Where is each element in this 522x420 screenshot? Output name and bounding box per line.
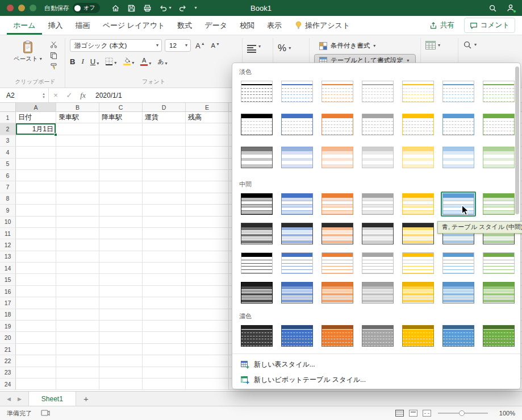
cell-B12[interactable] (56, 239, 99, 251)
phonetic-guide-button[interactable]: あ▾ (157, 57, 167, 66)
undo-button[interactable]: ▾ (159, 4, 171, 13)
row-header-16[interactable]: 16 (0, 286, 16, 297)
table-style-thumb[interactable] (441, 280, 476, 305)
format-painter-button[interactable] (50, 63, 57, 70)
row-header-5[interactable]: 5 (0, 159, 16, 170)
cell-C10[interactable] (99, 217, 143, 228)
table-style-thumb[interactable] (279, 145, 315, 170)
cell-A1[interactable]: 日付 (16, 112, 56, 123)
zoom-slider-knob[interactable] (459, 410, 465, 416)
cell-D9[interactable] (143, 205, 186, 216)
cell-E12[interactable] (186, 239, 229, 251)
cell-C11[interactable] (99, 228, 143, 239)
cell-C12[interactable] (99, 239, 143, 251)
cell-C20[interactable] (99, 332, 143, 343)
row-header-15[interactable]: 15 (0, 274, 16, 285)
table-style-thumb[interactable] (400, 192, 436, 217)
cell-B3[interactable] (56, 135, 99, 147)
cell-A19[interactable] (16, 321, 56, 332)
cell-B20[interactable] (56, 332, 99, 343)
cell-B22[interactable] (56, 355, 99, 367)
row-header-22[interactable]: 22 (0, 355, 16, 367)
cell-A21[interactable] (16, 344, 56, 355)
table-style-thumb-selected[interactable]: 青, テーブル スタイル (中間) 6 (441, 192, 476, 217)
cell-D10[interactable] (143, 217, 186, 228)
row-header-10[interactable]: 10 (0, 217, 16, 228)
fill-handle[interactable] (54, 133, 57, 136)
prev-sheet-button[interactable]: ◀ (7, 396, 11, 402)
cell-D4[interactable] (143, 147, 186, 158)
cell-B17[interactable] (56, 297, 99, 309)
cell-B15[interactable] (56, 274, 99, 285)
close-window-button[interactable] (7, 5, 14, 11)
table-style-thumb[interactable] (279, 221, 315, 246)
cells-button[interactable]: ▾ (425, 41, 453, 49)
cell-B5[interactable] (56, 159, 99, 170)
row-header-24[interactable]: 24 (0, 379, 16, 390)
ribbon-tab-4[interactable]: 数式 (171, 16, 198, 35)
select-all-corner[interactable] (0, 103, 16, 112)
cell-C3[interactable] (99, 135, 143, 147)
cell-C19[interactable] (99, 321, 143, 332)
cell-E2[interactable] (186, 123, 229, 135)
cell-A11[interactable] (16, 228, 56, 239)
cell-B21[interactable] (56, 344, 99, 355)
row-header-21[interactable]: 21 (0, 344, 16, 355)
paste-button[interactable]: ペースト ▾ (10, 38, 45, 70)
cell-A20[interactable] (16, 332, 56, 343)
print-button[interactable] (143, 4, 152, 13)
table-style-thumb[interactable] (481, 112, 516, 137)
cell-E19[interactable] (186, 321, 229, 332)
page-layout-view-button[interactable] (409, 410, 417, 417)
cell-E6[interactable] (186, 170, 229, 181)
insert-function-button[interactable]: fx (76, 91, 90, 100)
cell-E16[interactable] (186, 286, 229, 297)
row-header-8[interactable]: 8 (0, 193, 16, 205)
cell-B1[interactable]: 乗車駅 (56, 112, 99, 123)
tell-me-assist[interactable]: 操作アシスト (288, 16, 357, 35)
column-header-E[interactable]: E (186, 103, 229, 112)
table-style-thumb[interactable] (400, 145, 436, 170)
table-style-thumb[interactable] (400, 280, 436, 305)
cell-B24[interactable] (56, 379, 99, 390)
table-style-thumb[interactable] (360, 280, 395, 305)
cell-E20[interactable] (186, 332, 229, 343)
autosave-toggle[interactable]: オフ (73, 3, 100, 13)
add-sheet-button[interactable]: + (76, 392, 96, 406)
ribbon-tab-0[interactable]: ホーム (7, 16, 42, 35)
cell-A18[interactable] (16, 309, 56, 321)
cell-D5[interactable] (143, 159, 186, 170)
cell-C15[interactable] (99, 274, 143, 285)
table-style-thumb[interactable] (279, 251, 315, 276)
cell-C4[interactable] (99, 147, 143, 158)
row-header-12[interactable]: 12 (0, 239, 16, 251)
cell-E15[interactable] (186, 274, 229, 285)
cell-C23[interactable] (99, 367, 143, 379)
row-header-18[interactable]: 18 (0, 309, 16, 321)
number-format-button[interactable]: % ▾ (278, 43, 304, 54)
cell-A15[interactable] (16, 274, 56, 285)
alignment-button[interactable]: ▾ (247, 40, 268, 53)
cell-A9[interactable] (16, 205, 56, 216)
table-style-thumb[interactable] (320, 192, 355, 217)
cell-E22[interactable] (186, 355, 229, 367)
cell-B10[interactable] (56, 217, 99, 228)
cell-C14[interactable] (99, 263, 143, 274)
table-style-thumb[interactable] (481, 192, 516, 217)
cell-A4[interactable] (16, 147, 56, 158)
cell-A24[interactable] (16, 379, 56, 390)
cell-D8[interactable] (143, 193, 186, 205)
gallery-scrollbar-thumb[interactable] (515, 66, 519, 214)
row-header-4[interactable]: 4 (0, 147, 16, 158)
cell-C16[interactable] (99, 286, 143, 297)
table-style-thumb[interactable] (441, 323, 476, 348)
cell-D21[interactable] (143, 344, 186, 355)
cell-E3[interactable] (186, 135, 229, 147)
cell-A10[interactable] (16, 217, 56, 228)
cell-B14[interactable] (56, 263, 99, 274)
conditional-formatting-button[interactable]: 条件付き書式 ▾ (314, 39, 416, 52)
cell-C18[interactable] (99, 309, 143, 321)
font-size-combo[interactable]: 12 ▾ (165, 39, 191, 52)
cell-E21[interactable] (186, 344, 229, 355)
cell-A2[interactable]: 1月1日 (16, 123, 56, 135)
